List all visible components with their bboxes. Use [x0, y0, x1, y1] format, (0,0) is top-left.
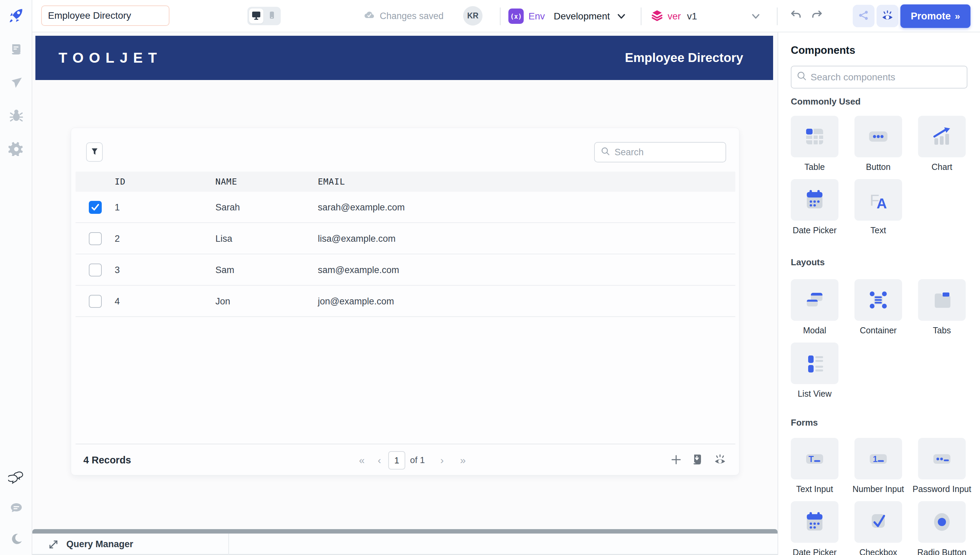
column-header-id[interactable]: ID [115, 172, 126, 192]
component-tile-label: List View [791, 389, 838, 399]
comments-icon[interactable] [0, 469, 32, 486]
query-manager-title[interactable]: Query Manager [66, 534, 133, 555]
download-data-button[interactable] [691, 444, 704, 476]
table-body: 1Sarahsarah@example.com2Lisalisa@example… [75, 192, 735, 317]
component-tile-list-view[interactable]: List View [791, 343, 838, 406]
table-widget[interactable]: Search ID NAME EMAIL 1Sarahsarah@example… [71, 128, 739, 475]
component-tile-chart[interactable]: Chart [918, 116, 966, 179]
numberinput-component-icon: 1 [854, 438, 902, 480]
version-layers-icon [650, 8, 664, 24]
row-checkbox[interactable] [89, 232, 102, 245]
environment-value: Development [554, 11, 610, 22]
mobile-icon [267, 10, 277, 22]
component-tile-button[interactable]: Button [854, 116, 902, 179]
component-tile-text[interactable]: FAText [854, 179, 902, 242]
version-chevron-down-icon[interactable] [750, 10, 762, 24]
row-checkbox-checked[interactable] [89, 201, 102, 214]
mobile-layout-button[interactable] [265, 8, 279, 24]
environment-icon: (x) [508, 8, 524, 24]
component-tile-password-input[interactable]: Password Input [918, 438, 966, 501]
add-row-button[interactable] [670, 444, 682, 476]
cell-id: 3 [115, 254, 120, 286]
container-component-icon [854, 279, 902, 321]
button-component-icon [854, 116, 902, 157]
promote-button[interactable]: Promote » [900, 5, 970, 28]
undo-button[interactable] [788, 5, 804, 27]
listview-component-icon [791, 343, 838, 384]
double-chevron-right-icon: » [955, 11, 960, 22]
component-tile-modal[interactable]: Modal [791, 279, 838, 343]
component-tile-label: Text [854, 225, 902, 235]
environment-chevron-down-icon[interactable] [615, 10, 627, 24]
pages-icon[interactable] [0, 42, 32, 57]
table-row[interactable]: 3Samsam@example.com [75, 254, 735, 286]
share-button[interactable] [853, 5, 874, 27]
filter-icon [90, 146, 100, 158]
table-row[interactable]: 2Lisalisa@example.com [75, 223, 735, 254]
chat-message-icon[interactable] [0, 500, 32, 515]
component-tile-date-picker[interactable]: Date Picker [791, 179, 838, 242]
component-tile-number-input[interactable]: 1Number Input [854, 438, 902, 501]
table-row[interactable]: 4Jonjon@example.com [75, 286, 735, 317]
section-heading-layouts: Layouts [791, 257, 825, 268]
app-header-widget[interactable]: TOOLJET Employee Directory [35, 36, 773, 80]
cell-id: 2 [115, 223, 120, 254]
column-header-email[interactable]: EMAIL [318, 172, 345, 192]
component-tile-label: Checkbox [854, 547, 902, 555]
eye-icon [880, 8, 895, 24]
tooljet-logo[interactable] [0, 7, 32, 24]
cell-email: jon@example.com [318, 286, 394, 317]
chart-component-icon [918, 116, 966, 157]
component-tile-text-input[interactable]: TText Input [791, 438, 838, 501]
query-panel-divider [228, 534, 229, 555]
query-panel: Query Manager [32, 534, 777, 555]
component-tile-label: Number Input [854, 484, 902, 494]
version-selector[interactable]: ver v1 [650, 0, 697, 32]
pagination-page-input[interactable]: 1 [388, 451, 405, 470]
preview-button[interactable] [876, 5, 898, 27]
component-tile-radio-button[interactable]: Radio Button [918, 501, 966, 555]
inspector-icon[interactable] [0, 75, 32, 90]
dark-mode-moon-icon[interactable] [0, 532, 32, 547]
component-tile-label: Chart [918, 162, 966, 172]
plus-icon [670, 454, 682, 467]
datepicker-component-icon [791, 179, 838, 221]
component-tile-label: Text Input [791, 484, 838, 494]
settings-gear-icon[interactable] [0, 140, 32, 156]
component-tile-checkbox[interactable]: Checkbox [854, 501, 902, 555]
component-tile-date-picker[interactable]: Date Picker [791, 501, 838, 555]
visibility-settings-button[interactable] [713, 444, 727, 476]
pagination-first-button[interactable]: « [359, 444, 365, 476]
pagination-prev-button[interactable]: ‹ [378, 444, 381, 476]
table-filter-button[interactable] [86, 142, 103, 162]
component-tile-table[interactable]: Table [791, 116, 838, 179]
query-panel-drag-handle[interactable] [32, 529, 777, 534]
textinput-component-icon: T [791, 438, 838, 480]
column-header-name[interactable]: NAME [216, 172, 237, 192]
row-checkbox[interactable] [89, 263, 102, 276]
component-tile-tabs[interactable]: Tabs [918, 279, 966, 343]
debugger-icon[interactable] [0, 107, 32, 123]
component-tile-label: Tabs [918, 326, 966, 335]
eye-icon [713, 452, 727, 468]
components-search-input[interactable]: Search components [791, 66, 967, 88]
user-avatar[interactable]: KR [463, 6, 483, 26]
components-search-placeholder: Search components [811, 72, 895, 83]
table-footer: 4 Records « ‹ 1 of 1 › » [75, 444, 735, 475]
radio-component-icon [918, 501, 966, 543]
pagination-last-button[interactable]: » [460, 444, 466, 476]
row-checkbox[interactable] [89, 295, 102, 308]
app-name-input[interactable]: Employee Directory [41, 5, 169, 26]
component-tile-container[interactable]: Container [854, 279, 902, 343]
table-search-input[interactable]: Search [594, 142, 726, 162]
cell-email: lisa@example.com [318, 223, 396, 254]
desktop-layout-button[interactable] [249, 8, 263, 24]
query-panel-expand-button[interactable] [47, 538, 59, 552]
left-sidebar [0, 0, 32, 555]
table-header-row: ID NAME EMAIL [75, 172, 735, 192]
table-row[interactable]: 1Sarahsarah@example.com [75, 192, 735, 223]
pagination-next-button[interactable]: › [440, 444, 444, 476]
environment-selector[interactable]: (x) Env Development [508, 0, 610, 32]
redo-button[interactable] [809, 5, 825, 27]
cell-name: Jon [216, 286, 230, 317]
